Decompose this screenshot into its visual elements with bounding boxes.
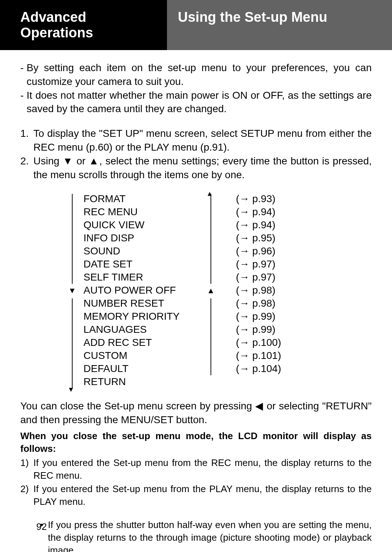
- menu-item-label: DATE SET: [65, 257, 218, 271]
- intro-text: By setting each item on the set-up menu …: [26, 61, 372, 89]
- menu-item-label: SOUND: [65, 244, 218, 258]
- menu-item-page: (→ p.94): [218, 218, 275, 232]
- menu-item-label: RETURN: [65, 375, 218, 389]
- menu-item-page: (→ p.95): [218, 231, 275, 245]
- menu-item-page: (→ p.97): [218, 270, 275, 284]
- setup-menu-list: ▼ ▾ ▲ ▴ FORMAT(→ p.93) REC MENU(→ p.94) …: [65, 192, 327, 388]
- list-item: 2) If you entered the Set-up menu from t…: [20, 483, 372, 508]
- menu-item-label: INFO DISP: [65, 231, 218, 245]
- bullet-text: If you press the shutter button half-way…: [48, 519, 372, 552]
- down-arrow-icon: ▾: [69, 385, 73, 393]
- item-text: If you entered the Set-up menu from the …: [33, 483, 372, 508]
- menu-row: RETURN: [65, 375, 327, 388]
- scroll-rail: [72, 298, 73, 388]
- menu-item-page: (→ p.99): [218, 323, 275, 336]
- item-number: 2): [20, 483, 33, 508]
- menu-item-page: (→ p.93): [218, 192, 275, 206]
- menu-row: LANGUAGES(→ p.99): [65, 323, 327, 336]
- list-item: 1) If you entered the Set-up menu from t…: [20, 457, 372, 482]
- menu-item-page: (→ p.94): [218, 205, 275, 219]
- step-item: 1. To display the "SET UP" menu screen, …: [20, 127, 372, 154]
- intro-text: It does not matter whether the main powe…: [26, 89, 372, 116]
- step-item: 2. Using ▼ or ▲, select the menu setting…: [20, 154, 372, 182]
- menu-row: NUMBER RESET(→ p.98): [65, 297, 327, 310]
- scroll-rail: [72, 194, 73, 284]
- menu-item-page: (→ p.98): [218, 297, 275, 310]
- menu-row: SOUND(→ p.96): [65, 245, 327, 258]
- dash-icon: -: [20, 89, 24, 116]
- header-page-title: Using the Set-up Menu: [167, 0, 392, 50]
- menu-item-page: (→ p.101): [218, 349, 281, 363]
- menu-item-label: DEFAULT: [65, 362, 218, 376]
- menu-item-label: AUTO POWER OFF: [65, 283, 218, 297]
- menu-row: MEMORY PRIORITY(→ p.99): [65, 310, 327, 323]
- down-arrow-icon: ▼: [68, 287, 76, 295]
- menu-item-page: (→ p.97): [218, 257, 275, 271]
- menu-item-label: MEMORY PRIORITY: [65, 310, 218, 323]
- header-section-title: Advanced Operations: [0, 0, 167, 50]
- menu-item-label: NUMBER RESET: [65, 297, 218, 310]
- page-header: Advanced Operations Using the Set-up Men…: [0, 0, 392, 50]
- notes-list: • If you press the shutter button half-w…: [20, 519, 372, 552]
- steps-list: 1. To display the "SET UP" menu screen, …: [20, 127, 372, 181]
- menu-item-label: QUICK VIEW: [65, 218, 218, 232]
- step-text: Using ▼ or ▲, select the menu settings; …: [33, 154, 372, 182]
- item-text: If you entered the Set-up menu from the …: [33, 457, 372, 482]
- menu-row: REC MENU(→ p.94): [65, 205, 327, 218]
- return-behavior-list: 1) If you entered the Set-up menu from t…: [20, 457, 372, 508]
- scroll-rail: [211, 194, 211, 284]
- close-instruction: You can close the Set-up menu screen by …: [20, 399, 372, 427]
- menu-item-page: (→ p.96): [218, 244, 275, 258]
- menu-item-page: (→ p.99): [218, 310, 275, 323]
- menu-row: FORMAT(→ p.93): [65, 192, 327, 205]
- menu-row: INFO DISP(→ p.95): [65, 232, 327, 245]
- lcd-note-heading: When you close the set-up menu mode, the…: [20, 430, 372, 455]
- menu-row: CUSTOM(→ p.101): [65, 349, 327, 362]
- up-arrow-icon: ▴: [208, 189, 212, 197]
- intro-item: - It does not matter whether the main po…: [20, 89, 372, 116]
- menu-item-label: SELF TIMER: [65, 270, 218, 284]
- menu-row: DATE SET(→ p.97): [65, 258, 327, 271]
- menu-item-label: LANGUAGES: [65, 323, 218, 336]
- menu-item-label: CUSTOM: [65, 349, 218, 363]
- menu-item-label: FORMAT: [65, 192, 218, 206]
- step-text: To display the "SET UP" menu screen, sel…: [33, 127, 372, 154]
- menu-item-page: (→ p.104): [218, 362, 281, 376]
- menu-row: DEFAULT(→ p.104): [65, 362, 327, 375]
- bullet-item: • If you press the shutter button half-w…: [40, 519, 372, 552]
- page-content: - By setting each item on the set-up men…: [0, 50, 392, 552]
- step-number: 2.: [20, 154, 33, 182]
- menu-item-page: (→ p.100): [218, 336, 281, 349]
- intro-list: - By setting each item on the set-up men…: [20, 61, 372, 116]
- menu-item-label: REC MENU: [65, 205, 218, 219]
- scroll-rail: [211, 298, 211, 375]
- dash-icon: -: [20, 61, 24, 89]
- item-number: 1): [20, 457, 33, 482]
- step-number: 1.: [20, 127, 33, 154]
- menu-row: SELF TIMER(→ p.97): [65, 271, 327, 284]
- menu-item-page: (→ p.98): [218, 283, 275, 297]
- up-arrow-icon: ▲: [207, 287, 215, 295]
- menu-row: AUTO POWER OFF(→ p.98): [65, 284, 327, 297]
- page-number: 92: [36, 521, 47, 532]
- intro-item: - By setting each item on the set-up men…: [20, 61, 372, 89]
- menu-row: ADD REC SET(→ p.100): [65, 336, 327, 349]
- menu-row: QUICK VIEW(→ p.94): [65, 218, 327, 232]
- menu-item-label: ADD REC SET: [65, 336, 218, 349]
- manual-page: Advanced Operations Using the Set-up Men…: [0, 0, 392, 552]
